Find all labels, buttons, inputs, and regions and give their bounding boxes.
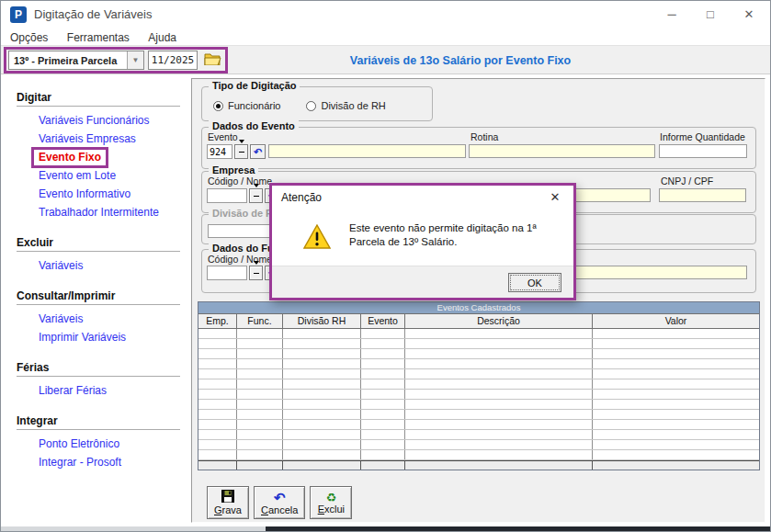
sidebar-item-variaveis-empresas[interactable]: Variáveis Empresas — [39, 131, 136, 147]
dialog-footer: OK — [272, 266, 573, 298]
radio-unselected-icon — [306, 101, 316, 111]
sidebar-heading-integrar: Integrar — [17, 414, 190, 427]
sidebar-item-integrar-prosoft[interactable]: Integrar - Prosoft — [39, 455, 121, 470]
table-row[interactable] — [198, 410, 759, 420]
dialog-title: Atenção — [281, 186, 322, 209]
funcionario-codigo-label: Código / Nome — [208, 254, 272, 265]
group-empresa-legend: Empresa — [209, 164, 258, 175]
funcionario-codigo-input[interactable] — [207, 266, 247, 280]
app-logo-icon: P — [10, 6, 27, 23]
rotina-label: Rotina — [471, 131, 498, 142]
evento-lookup-button[interactable] — [234, 144, 248, 159]
sidebar-heading-digitar: Digitar — [17, 91, 190, 104]
group-dados-evento: Dados do Evento Evento ↶ Rotina Informe … — [201, 127, 756, 169]
minimize-button[interactable]: ─ — [654, 1, 689, 28]
table-row[interactable] — [198, 329, 759, 339]
dialog-message: Este evento não permite digitação na 1ª … — [349, 221, 566, 249]
sidebar-item-evento-fixo[interactable]: Evento Fixo — [34, 150, 106, 165]
column-header-func: Func. — [237, 314, 283, 329]
table-row[interactable] — [198, 369, 759, 379]
group-tipo-legend: Tipo de Digitação — [209, 80, 300, 91]
sidebar-item-excluir-variaveis[interactable]: Variáveis — [39, 258, 83, 274]
maximize-button[interactable]: □ — [693, 1, 728, 28]
sidebar-item-evento-informativo[interactable]: Evento Informativo — [39, 187, 130, 202]
dialog-close-icon[interactable]: ✕ — [546, 186, 564, 209]
page-title: Variáveis de 13o Salário por Evento Fixo — [185, 46, 736, 75]
radio-divisao-rh[interactable]: Divisão de RH — [306, 100, 385, 111]
sidebar-item-imprimir-variaveis[interactable]: Imprimir Variáveis — [39, 330, 126, 345]
sidebar-section-excluir: Excluir Variáveis — [17, 236, 190, 274]
window-title: Digitação de Variáveis — [34, 1, 152, 28]
menu-ferramentas[interactable]: Ferramentas — [67, 29, 130, 46]
group-tipo-digitacao: Tipo de Digitação Funcionário Divisão de… — [201, 86, 433, 121]
table-row[interactable] — [198, 400, 759, 410]
evento-label: Evento — [208, 131, 238, 142]
menu-bar: Opções Ferramentas Ajuda — [1, 28, 770, 45]
period-select-value: 13º - Primeira Parcela — [9, 55, 127, 66]
table-row[interactable] — [198, 450, 759, 460]
table-row[interactable] — [198, 339, 759, 349]
sidebar-item-evento-em-lote[interactable]: Evento em Lote — [39, 168, 116, 184]
table-row[interactable] — [198, 349, 759, 359]
sidebar-item-consultar-variaveis[interactable]: Variáveis — [39, 311, 83, 327]
cancela-button[interactable]: ↶ Cancela — [254, 486, 305, 519]
menu-ajuda[interactable]: Ajuda — [148, 29, 176, 46]
period-select[interactable]: 13º - Primeira Parcela ▼ — [8, 51, 144, 70]
table-row[interactable] — [198, 379, 759, 390]
informe-quantidade-field[interactable] — [659, 144, 747, 158]
column-header-evento: Evento — [361, 314, 405, 329]
exclui-button[interactable]: ♻ Exclui — [310, 486, 352, 519]
table-row[interactable] — [198, 359, 759, 369]
sidebar-item-liberar-ferias[interactable]: Liberar Férias — [39, 383, 107, 399]
action-buttons: Grava ↶ Cancela ♻ Exclui — [207, 486, 352, 519]
funcionario-lookup-button[interactable] — [249, 266, 263, 280]
menu-opcoes[interactable]: Opções — [10, 29, 48, 46]
sidebar-heading-ferias: Férias — [17, 361, 190, 374]
floppy-disk-icon — [221, 490, 234, 504]
events-table: Eventos Cadastrados Emp. Func. Divisão R… — [198, 301, 760, 470]
events-table-body — [198, 329, 759, 460]
dropdown-list-icon — [254, 195, 259, 197]
toolbar: 13º - Primeira Parcela ▼ Variáveis de 13… — [1, 45, 770, 74]
table-row[interactable] — [198, 390, 759, 400]
evento-code-input[interactable] — [207, 144, 232, 159]
cnpj-cpf-field[interactable] — [659, 188, 746, 202]
chevron-down-icon[interactable]: ▼ — [127, 51, 143, 69]
sidebar-section-ferias: Férias Liberar Férias — [17, 361, 190, 399]
title-bar: P Digitação de Variáveis ─ □ ✕ — [1, 1, 770, 28]
table-row[interactable] — [198, 420, 759, 430]
empresa-codigo-input[interactable] — [207, 188, 247, 203]
cnpj-cpf-label: CNPJ / CPF — [661, 175, 713, 187]
evento-undo-button[interactable]: ↶ — [250, 144, 266, 159]
sidebar-item-trabalhador-intermitente[interactable]: Trabalhador Intermitente — [39, 205, 159, 221]
divider — [17, 376, 180, 377]
window-bottom-edge-dark — [266, 526, 771, 531]
ok-button[interactable]: OK — [508, 273, 561, 292]
sidebar: Digitar Variáveis Funcionários Variáveis… — [1, 74, 190, 526]
empresa-lookup-button[interactable] — [249, 188, 263, 203]
column-header-emp: Emp. — [198, 314, 237, 329]
close-button[interactable]: ✕ — [731, 1, 766, 28]
events-table-title: Eventos Cadastrados — [198, 302, 759, 313]
sidebar-section-digitar: Digitar Variáveis Funcionários Variáveis… — [17, 91, 190, 221]
evento-descricao-field[interactable] — [268, 144, 466, 158]
warning-dialog: Atenção ✕ Este evento não permite digita… — [269, 183, 576, 300]
divider — [17, 106, 180, 107]
warning-triangle-icon — [303, 224, 331, 253]
column-header-descricao: Descrição — [405, 314, 593, 329]
dialog-title-bar: Atenção ✕ — [272, 186, 573, 209]
sidebar-item-ponto-eletronico[interactable]: Ponto Eletrônico — [39, 436, 119, 452]
informe-quantidade-label: Informe Quantidade — [660, 131, 745, 142]
table-row[interactable] — [198, 440, 759, 450]
column-header-valor: Valor — [593, 314, 759, 329]
sidebar-item-variaveis-funcionarios[interactable]: Variáveis Funcionários — [39, 113, 150, 129]
undo-icon: ↶ — [254, 147, 262, 157]
empresa-codigo-label: Código / Nome — [208, 175, 272, 187]
rotina-field[interactable] — [469, 144, 655, 158]
events-table-footer — [198, 460, 759, 470]
table-row[interactable] — [198, 430, 759, 440]
grava-button[interactable]: Grava — [207, 486, 249, 519]
group-evento-legend: Dados do Evento — [209, 120, 299, 131]
radio-funcionario[interactable]: Funcionário — [213, 100, 280, 111]
divider — [17, 304, 180, 305]
